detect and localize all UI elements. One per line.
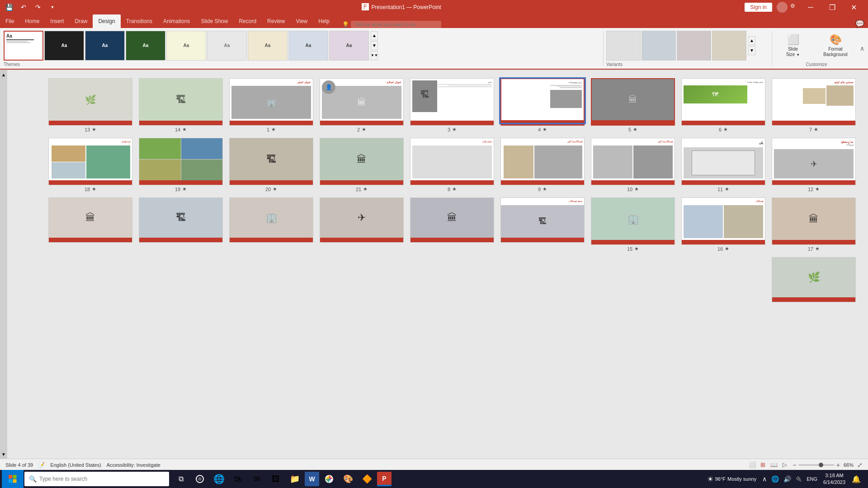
theme-3[interactable]: Aa xyxy=(85,31,125,61)
slide-thumb-9[interactable]: ایستگاه راه آهن xyxy=(500,138,585,185)
weather-area[interactable]: ☀ 96°F Mostly sunny xyxy=(704,475,760,483)
qat-undo[interactable]: ↶ xyxy=(18,2,29,13)
taskbar-word[interactable]: W xyxy=(305,472,319,486)
taskbar-search-box[interactable]: 🔍 xyxy=(24,472,169,486)
slide-thumb-16[interactable]: ایستگاه xyxy=(681,197,765,245)
variant-4[interactable] xyxy=(712,31,746,61)
zoom-out-btn[interactable]: − xyxy=(793,461,797,469)
themes-down[interactable]: ▼ xyxy=(371,41,378,50)
variant-1[interactable] xyxy=(606,31,641,61)
tab-record[interactable]: Record xyxy=(233,14,262,28)
slide-thumb-8[interactable]: سایت پلان xyxy=(410,138,494,185)
reading-view-btn[interactable]: 📖 xyxy=(769,460,778,469)
taskbar-store[interactable]: 🛍 xyxy=(229,470,247,488)
taskbar-powerpoint[interactable]: P xyxy=(377,472,392,486)
taskbar-taskview[interactable]: ⧉ xyxy=(172,470,190,488)
slide-thumb-15[interactable]: 🏢 xyxy=(591,197,675,245)
slide-thumb-2[interactable]: عنوان اسلاید 🏛 👤 xyxy=(320,78,404,126)
themes-expand[interactable]: ▼▼ xyxy=(371,51,378,60)
slide-thumb-10[interactable]: ایستگاه راه آهن xyxy=(591,138,675,185)
variant-3[interactable] xyxy=(677,31,711,61)
notes-icon[interactable]: 📝 xyxy=(38,462,45,468)
slide-size-button[interactable]: ⬜ SlideSize ▼ xyxy=(775,36,811,55)
slide-thumb-22[interactable]: 🌿 xyxy=(772,257,856,302)
slide-thumb-27[interactable]: 🏛 xyxy=(410,197,494,243)
tab-insert[interactable]: Insert xyxy=(45,14,69,28)
tab-view[interactable]: View xyxy=(290,14,313,28)
tab-file[interactable]: File xyxy=(0,14,19,28)
variant-2[interactable] xyxy=(642,31,676,61)
themes-up[interactable]: ▲ xyxy=(371,31,378,40)
tab-transitions[interactable]: Transitions xyxy=(121,14,158,28)
tab-design[interactable]: Design xyxy=(93,14,120,28)
slide-thumb-13[interactable]: 🌿 xyxy=(48,78,132,126)
theme-4[interactable]: Aa xyxy=(126,31,165,61)
start-button[interactable] xyxy=(2,470,24,488)
ribbon-collapse[interactable]: ∧ xyxy=(858,30,864,67)
taskbar-cortana[interactable] xyxy=(191,470,209,488)
theme-1[interactable]: Aa xyxy=(4,31,43,61)
scroll-down-btn[interactable]: ▼ xyxy=(0,450,7,459)
tab-slideshow[interactable]: Slide Show xyxy=(195,14,233,28)
restore-button[interactable]: ❐ xyxy=(822,0,843,14)
tab-draw[interactable]: Draw xyxy=(69,14,93,28)
scroll-up-btn[interactable]: ▲ xyxy=(0,70,7,79)
zoom-level[interactable]: 66% xyxy=(844,462,854,468)
variants-up[interactable]: ▲ xyxy=(748,36,755,45)
slide-thumb-1[interactable]: عنوان اصلی 🏢 xyxy=(229,78,313,126)
tray-arrow[interactable]: ∧ xyxy=(761,475,768,483)
search-input[interactable] xyxy=(39,476,165,482)
tab-help[interactable]: Help xyxy=(313,14,335,28)
volume-icon[interactable]: 🔊 xyxy=(782,475,793,483)
slide-thumb-7[interactable]: نسخین های اولیه xyxy=(772,78,856,126)
network-icon[interactable]: 🌐 xyxy=(770,475,780,483)
slide-thumb-21[interactable]: 🏛 xyxy=(320,138,404,185)
slide-thumb-18[interactable]: ایده اولیه xyxy=(48,138,132,185)
taskbar-explorer[interactable]: 📁 xyxy=(286,470,304,488)
theme-5[interactable]: Aa xyxy=(166,31,206,61)
theme-8[interactable]: Aa xyxy=(288,31,328,61)
close-button[interactable]: ✕ xyxy=(844,0,864,14)
slide-thumb-12[interactable]: نما و مقطع فرودگاه ✈ xyxy=(772,138,856,185)
notification-btn[interactable]: 🔔 xyxy=(850,475,863,483)
comments-btn[interactable]: 💬 xyxy=(855,19,868,28)
taskbar-photos[interactable]: 🖼 xyxy=(267,470,285,488)
tab-animations[interactable]: Animations xyxy=(158,14,195,28)
taskbar-mail[interactable]: ✉ xyxy=(248,470,266,488)
slide-thumb-24[interactable]: 🏗 xyxy=(139,197,223,243)
taskbar-vlc[interactable]: 🔶 xyxy=(358,470,376,488)
slide-thumb-23[interactable]: 🏛 xyxy=(48,197,132,243)
accessibility-indicator[interactable]: Accessibility: Investigate xyxy=(107,462,160,468)
zoom-thumb[interactable] xyxy=(819,463,823,467)
theme-9[interactable]: Aa xyxy=(329,31,369,61)
ime-icon[interactable]: ENG xyxy=(805,476,819,482)
signin-button[interactable]: Sign in xyxy=(745,3,772,12)
slide-thumb-25[interactable]: 🏢 xyxy=(229,197,313,243)
slide-thumb-19[interactable] xyxy=(139,138,223,185)
slide-thumb-20[interactable]: 🏗 xyxy=(229,138,313,185)
taskbar-paint[interactable]: 🎨 xyxy=(339,470,357,488)
fit-slide-btn[interactable]: ⤢ xyxy=(857,461,863,469)
slide-thumb-5[interactable]: 🏛 xyxy=(591,78,675,126)
slide-sorter[interactable]: ▲ ▼ نسخین های اولیه xyxy=(0,70,868,459)
slideshow-btn[interactable]: ▷ xyxy=(780,460,789,469)
zoom-slider[interactable] xyxy=(798,464,835,466)
minimize-button[interactable]: ─ xyxy=(800,0,821,14)
tab-home[interactable]: Home xyxy=(19,14,45,28)
tab-review[interactable]: Review xyxy=(262,14,290,28)
language-indicator[interactable]: English (United States) xyxy=(50,462,101,468)
qat-redo[interactable]: ↷ xyxy=(33,2,43,13)
settings-icon[interactable]: ⚙ xyxy=(790,3,799,12)
taskbar-chrome[interactable] xyxy=(320,470,338,488)
slide-thumb-17[interactable]: 🏛 xyxy=(772,197,856,245)
normal-view-btn[interactable]: ⬜ xyxy=(748,460,757,469)
slide-sorter-btn[interactable]: ⊞ xyxy=(759,460,768,469)
zoom-in-btn[interactable]: + xyxy=(836,461,840,469)
slide-thumb-26[interactable]: ✈ xyxy=(320,197,404,243)
slide-thumb-4[interactable]: متن توضیحات xyxy=(500,78,585,126)
slide-thumb-6[interactable]: متن نوشته شده 🗺 xyxy=(681,78,765,126)
slide-thumb-11[interactable]: پلن xyxy=(681,138,765,185)
theme-6[interactable]: Aa xyxy=(207,31,247,61)
variants-down[interactable]: ▼ xyxy=(748,46,755,55)
qat-more[interactable]: ▼ xyxy=(47,2,58,13)
